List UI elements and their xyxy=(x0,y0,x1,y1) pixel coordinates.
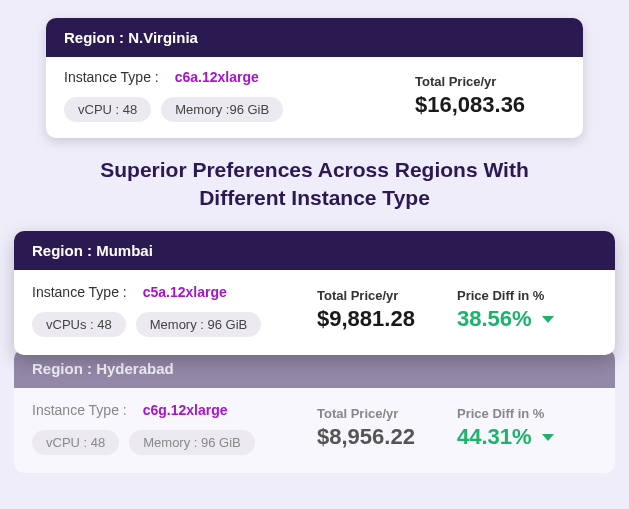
main-left: Instance Type : c6a.12xlarge vCPU : 48 M… xyxy=(64,69,415,122)
chip-row: vCPU : 48 Memory :96 GiB xyxy=(64,97,415,122)
instance-type-value: c6g.12xlarge xyxy=(143,402,228,418)
diff-label: Price Diff in % xyxy=(457,406,597,421)
instance-row: Instance Type : c6a.12xlarge xyxy=(64,69,415,85)
instance-row: Instance Type : c5a.12xlarge xyxy=(32,284,317,300)
compare-card[interactable]: Region : Mumbai Instance Type : c5a.12xl… xyxy=(14,231,615,355)
region-header: Region : Mumbai xyxy=(14,231,615,270)
instance-type-value: c6a.12xlarge xyxy=(175,69,259,85)
compare-price: Total Price/yr $9,881.28 xyxy=(317,288,457,332)
compare-diff: Price Diff in % 38.56% xyxy=(457,288,597,332)
price-value: $8,956.22 xyxy=(317,424,457,450)
price-label: Total Price/yr xyxy=(317,288,457,303)
instance-type-label: Instance Type : xyxy=(32,284,127,300)
main-right: Total Price/yr $16,083.36 xyxy=(415,74,565,118)
compare-left: Instance Type : c5a.12xlarge vCPUs : 48 … xyxy=(32,284,317,337)
compare-card[interactable]: Region : Hyderabad Instance Type : c6g.1… xyxy=(14,349,615,473)
chip-row: vCPUs : 48 Memory : 96 GiB xyxy=(32,312,317,337)
region-header: Region : N.Virginia xyxy=(46,18,583,57)
instance-type-label: Instance Type : xyxy=(32,402,127,418)
price-label: Total Price/yr xyxy=(317,406,457,421)
chip-row: vCPU : 48 Memory : 96 GiB xyxy=(32,430,317,455)
caret-down-icon xyxy=(542,434,554,441)
compare-body: Instance Type : c6g.12xlarge vCPU : 48 M… xyxy=(14,388,615,473)
instance-type-value: c5a.12xlarge xyxy=(143,284,227,300)
vcpu-chip: vCPUs : 48 xyxy=(32,312,126,337)
section-title: Superior Preferences Across Regions With… xyxy=(74,156,555,213)
compare-price: Total Price/yr $8,956.22 xyxy=(317,406,457,450)
diff-value: 44.31% xyxy=(457,424,532,450)
price-value: $16,083.36 xyxy=(415,92,565,118)
price-label: Total Price/yr xyxy=(415,74,565,89)
memory-chip: Memory :96 GiB xyxy=(161,97,283,122)
memory-chip: Memory : 96 GiB xyxy=(129,430,255,455)
diff-label: Price Diff in % xyxy=(457,288,597,303)
compare-diff: Price Diff in % 44.31% xyxy=(457,406,597,450)
vcpu-chip: vCPU : 48 xyxy=(32,430,119,455)
compare-left: Instance Type : c6g.12xlarge vCPU : 48 M… xyxy=(32,402,317,455)
caret-down-icon xyxy=(542,316,554,323)
page-container: Region : N.Virginia Instance Type : c6a.… xyxy=(14,18,615,473)
price-value: $9,881.28 xyxy=(317,306,457,332)
memory-chip: Memory : 96 GiB xyxy=(136,312,262,337)
instance-row: Instance Type : c6g.12xlarge xyxy=(32,402,317,418)
diff-value: 38.56% xyxy=(457,306,532,332)
diff-row: 44.31% xyxy=(457,424,597,450)
main-region-card: Region : N.Virginia Instance Type : c6a.… xyxy=(46,18,583,138)
instance-type-label: Instance Type : xyxy=(64,69,159,85)
compare-body: Instance Type : c5a.12xlarge vCPUs : 48 … xyxy=(14,270,615,355)
diff-row: 38.56% xyxy=(457,306,597,332)
vcpu-chip: vCPU : 48 xyxy=(64,97,151,122)
comparison-list: Region : Mumbai Instance Type : c5a.12xl… xyxy=(14,231,615,473)
main-card-body: Instance Type : c6a.12xlarge vCPU : 48 M… xyxy=(46,57,583,138)
